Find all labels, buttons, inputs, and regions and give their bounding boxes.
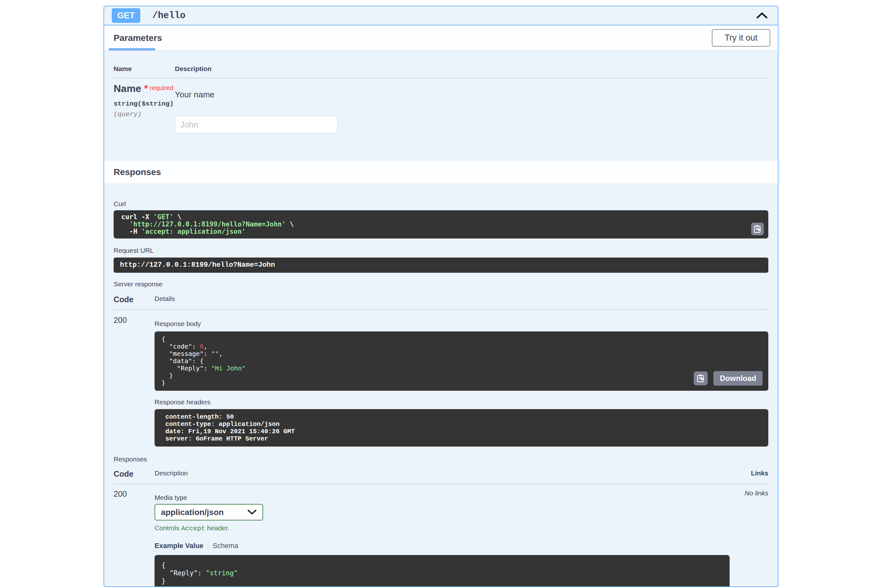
try-it-out-button[interactable]: Try it out xyxy=(712,29,770,46)
responses-section-title: Responses xyxy=(114,167,161,177)
response-body-label: Response body xyxy=(155,320,768,328)
table-divider xyxy=(114,309,768,310)
server-response-label: Server response xyxy=(114,280,768,288)
server-response-details-header: Details xyxy=(155,295,768,304)
operation-block-get-hello: GET /hello Parameters Try it out Name De… xyxy=(104,6,778,587)
doc-response-row: 200 Media type application/json Controls… xyxy=(114,489,768,587)
parameters-section-header: Parameters Try it out xyxy=(104,26,778,50)
parameters-body: Name Description Name *required string($… xyxy=(104,50,778,161)
media-type-label: Media type xyxy=(155,494,718,501)
model-example-tabs: Example Value Schema xyxy=(155,542,718,550)
media-type-select[interactable]: application/json xyxy=(155,504,263,520)
http-method-badge: GET xyxy=(112,8,140,23)
collapse-chevron-up-icon[interactable] xyxy=(754,10,770,21)
curl-label: Curl xyxy=(114,200,768,208)
param-col-name-header: Name xyxy=(114,65,175,73)
server-response-status-code: 200 xyxy=(114,316,155,447)
active-tab-underline xyxy=(109,48,155,50)
documented-responses-title: Responses xyxy=(114,455,768,463)
server-response-code-header: Code xyxy=(114,295,155,304)
param-col-description-header: Description xyxy=(175,65,768,73)
example-value-block: { "Reply": "string"} xyxy=(155,555,730,587)
tab-schema[interactable]: Schema xyxy=(213,542,238,550)
doc-code-header: Code xyxy=(114,470,155,478)
required-star: * xyxy=(144,83,148,94)
doc-status-code: 200 xyxy=(114,489,155,587)
param-description: Your name xyxy=(175,90,768,100)
tab-separator xyxy=(208,542,208,550)
response-body-block: { "code": 0, "message": "", "data": { "R… xyxy=(155,332,768,391)
param-location: (query) xyxy=(114,111,175,118)
tab-example-value[interactable]: Example Value xyxy=(155,542,203,550)
server-response-row: 200 Response body { "code": 0, "message"… xyxy=(114,316,768,447)
param-name: Name *required xyxy=(114,83,175,94)
curl-command-block: curl -X 'GET' \ 'http://127.0.0.1:8199/h… xyxy=(114,210,768,238)
responses-body: Curl curl -X 'GET' \ 'http://127.0.0.1:8… xyxy=(104,200,778,587)
response-copy-to-clipboard-button[interactable] xyxy=(694,371,708,386)
doc-links-header: Links xyxy=(718,470,768,478)
request-url-block: http://127.0.0.1:8199/hello?Name=John xyxy=(114,258,768,273)
table-divider xyxy=(114,484,768,484)
media-type-value: application/json xyxy=(161,507,247,517)
chevron-down-icon xyxy=(247,509,257,515)
responses-section-header: Responses xyxy=(104,161,778,184)
endpoint-path: /hello xyxy=(152,10,185,21)
doc-description-header: Description xyxy=(155,470,718,478)
response-headers-block: content-length: 50 content-type: applica… xyxy=(155,409,768,447)
param-type: string($string) xyxy=(114,100,175,108)
parameters-tab[interactable]: Parameters xyxy=(114,33,162,43)
param-value-input[interactable] xyxy=(175,116,337,133)
accept-header-note: Controls Accept header. xyxy=(155,524,718,532)
download-button[interactable]: Download xyxy=(713,371,763,386)
request-url-label: Request URL xyxy=(114,247,768,254)
response-headers-label: Response headers xyxy=(155,398,768,406)
table-divider xyxy=(114,78,768,78)
required-label: required xyxy=(150,84,173,92)
operation-summary[interactable]: GET /hello xyxy=(104,6,778,26)
parameter-row: Name *required string($string) (query) Y… xyxy=(114,83,768,133)
curl-copy-to-clipboard-button[interactable] xyxy=(751,223,764,236)
